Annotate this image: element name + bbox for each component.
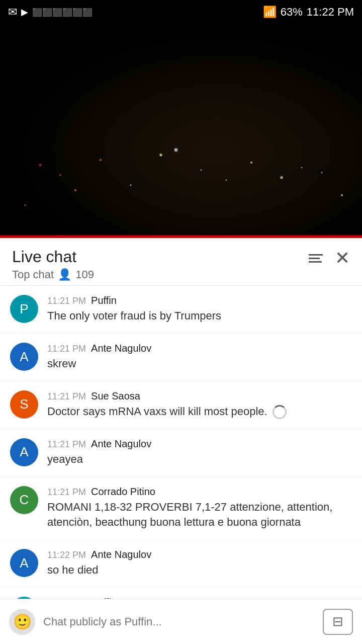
list-item: P 11:21 PM Puffin The only voter fraud i… <box>0 286 362 334</box>
message-meta: 11:21 PM Corrado Pitino <box>47 486 352 498</box>
chat-header-left: Live chat Top chat 👤 109 <box>12 247 94 281</box>
message-author: Sue Saosa <box>91 390 140 402</box>
chat-input-field[interactable] <box>43 615 315 628</box>
list-item: A 11:22 PM Ante Nagulov so he died <box>0 540 362 588</box>
list-item: A 11:21 PM Ante Nagulov skrew <box>0 334 362 381</box>
message-content: 11:22 PM Ante Nagulov so he died <box>47 549 352 578</box>
chat-header: Live chat Top chat 👤 109 ✕ <box>0 238 362 286</box>
message-meta: 11:22 PM Ante Nagulov <box>47 549 352 560</box>
message-text: ROMANI 1,18-32 PROVERBI 7,1-27 attenzion… <box>47 500 352 531</box>
video-player[interactable] <box>0 24 362 235</box>
message-icon: ✉ <box>8 6 17 19</box>
battery-percent: 63% <box>281 6 303 19</box>
system-status: 📶 63% 11:22 PM <box>263 6 354 19</box>
chat-messages-list: P 11:21 PM Puffin The only voter fraud i… <box>0 286 362 644</box>
message-time: 11:21 PM <box>47 439 86 450</box>
wifi-icon: 📶 <box>263 6 277 19</box>
message-text: so he died <box>47 562 352 578</box>
viewer-count: 109 <box>75 268 94 281</box>
message-author: Ante Nagulov <box>91 343 151 354</box>
chat-header-controls: ✕ <box>309 247 350 267</box>
avatar: P <box>10 295 38 323</box>
message-meta: 11:21 PM Ante Nagulov <box>47 438 352 450</box>
chat-input-bar: 🙂 ⊟ <box>0 599 362 644</box>
avatar: C <box>10 486 38 514</box>
message-time: 11:21 PM <box>47 487 86 498</box>
viewer-icon: 👤 <box>58 268 71 281</box>
message-author: Ante Nagulov <box>91 549 151 560</box>
clock: 11:22 PM <box>307 6 354 19</box>
message-time: 11:21 PM <box>47 296 86 306</box>
message-content: 11:21 PM Sue Saosa Doctor says mRNA vaxs… <box>47 390 352 420</box>
message-content: 11:21 PM Corrado Pitino ROMANI 1,18-32 P… <box>47 486 352 531</box>
message-text: skrew <box>47 356 352 372</box>
loading-icon <box>273 405 287 419</box>
top-chat-label[interactable]: Top chat <box>12 268 54 281</box>
avatar: A <box>10 438 38 466</box>
message-text: Doctor says mRNA vaxs will kill most peo… <box>47 404 352 420</box>
message-content: 11:21 PM Ante Nagulov skrew <box>47 343 352 372</box>
message-time: 11:21 PM <box>47 391 86 402</box>
avatar: A <box>10 343 38 371</box>
send-icon: ⊟ <box>332 614 343 629</box>
message-text: yeayea <box>47 452 352 467</box>
notification-icons: ✉ ▶ ⬛⬛⬛⬛⬛⬛ <box>8 6 93 19</box>
message-author: Puffin <box>91 295 117 306</box>
app-icons: ⬛⬛⬛⬛⬛⬛ <box>32 8 93 17</box>
list-item: C 11:21 PM Corrado Pitino ROMANI 1,18-32… <box>0 477 362 540</box>
message-content: 11:21 PM Puffin The only voter fraud is … <box>47 295 352 324</box>
youtube-icon: ▶ <box>21 7 28 18</box>
filter-button[interactable] <box>309 254 323 263</box>
chat-subtitle: Top chat 👤 109 <box>12 268 94 281</box>
message-author: Corrado Pitino <box>91 486 155 498</box>
message-text: The only voter fraud is by Trumpers <box>47 308 352 324</box>
message-meta: 11:21 PM Puffin <box>47 295 352 306</box>
emoji-button[interactable]: 🙂 <box>9 609 35 635</box>
message-meta: 11:21 PM Ante Nagulov <box>47 343 352 354</box>
close-button[interactable]: ✕ <box>335 249 350 267</box>
message-content: 11:21 PM Ante Nagulov yeayea <box>47 438 352 467</box>
message-time: 11:22 PM <box>47 550 86 560</box>
avatar: A <box>10 549 38 577</box>
avatar: S <box>10 390 38 419</box>
message-meta: 11:21 PM Sue Saosa <box>47 390 352 402</box>
message-author: Ante Nagulov <box>91 438 151 450</box>
status-bar: ✉ ▶ ⬛⬛⬛⬛⬛⬛ 📶 63% 11:22 PM <box>0 0 362 24</box>
chat-title: Live chat <box>12 247 94 266</box>
message-time: 11:21 PM <box>47 344 86 354</box>
video-content <box>0 135 362 235</box>
send-button[interactable]: ⊟ <box>323 609 353 635</box>
list-item: S 11:21 PM Sue Saosa Doctor says mRNA va… <box>0 381 362 429</box>
list-item: A 11:21 PM Ante Nagulov yeayea <box>0 429 362 477</box>
